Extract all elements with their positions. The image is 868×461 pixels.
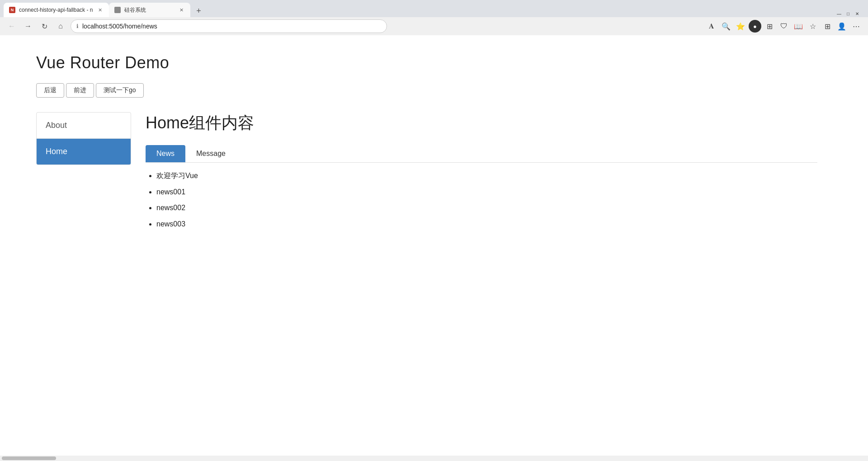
home-button[interactable]: ⌂ <box>54 20 67 33</box>
new-tab-button[interactable]: + <box>192 5 205 17</box>
tab2-title: 硅谷系统 <box>124 6 174 14</box>
more-icon[interactable]: ⋯ <box>850 20 863 33</box>
favorites-icon[interactable]: ☆ <box>807 20 819 33</box>
tab1-title: connect-history-api-fallback - n <box>19 7 93 13</box>
close-button[interactable]: ✕ <box>854 10 861 17</box>
tab2-favicon <box>114 7 121 13</box>
info-icon: ℹ <box>76 23 79 29</box>
sidebar: About Home <box>36 112 131 165</box>
component-title: Home组件内容 <box>146 112 817 134</box>
address-bar[interactable]: ℹ localhost:5005/home/news <box>71 19 387 33</box>
navigation-buttons: 后退 前进 测试一下go <box>36 83 832 98</box>
app-title: Vue Router Demo <box>36 53 832 72</box>
account-icon[interactable]: 👤 <box>835 20 848 33</box>
go-test-button[interactable]: 测试一下go <box>96 83 144 98</box>
refresh-button[interactable]: ↻ <box>38 20 51 33</box>
shield-icon[interactable]: 🛡 <box>778 20 790 33</box>
subnav-news[interactable]: News <box>146 145 185 162</box>
forward-button[interactable]: → <box>22 20 34 33</box>
tab1-close[interactable]: ✕ <box>96 6 104 14</box>
router-layout: About Home Home组件内容 News Message 欢迎学习Vue <box>36 112 832 234</box>
news-item-1: news001 <box>156 186 817 198</box>
star-icon[interactable]: ⭐ <box>734 20 747 33</box>
read-aloud-icon[interactable]: 𝐀 <box>705 20 718 33</box>
news-item-2: news002 <box>156 202 817 214</box>
profile-icon[interactable]: ● <box>749 20 761 33</box>
collections-icon[interactable]: ⊞ <box>821 20 834 33</box>
address-text: localhost:5005/home/news <box>82 23 381 30</box>
scrollbar-thumb[interactable] <box>2 456 56 460</box>
split-icon[interactable]: ⊞ <box>763 20 776 33</box>
news-item-0: 欢迎学习Vue <box>156 170 817 182</box>
sidebar-item-about[interactable]: About <box>37 113 131 139</box>
forward-history-button[interactable]: 前进 <box>66 83 94 98</box>
sub-nav: News Message <box>146 145 817 163</box>
news-list: 欢迎学习Vue news001 news002 news003 <box>146 170 817 230</box>
tabs-bar: N connect-history-api-fallback - n ✕ 硅谷系… <box>0 0 868 17</box>
tab2-close[interactable]: ✕ <box>178 6 185 14</box>
tab1-favicon: N <box>9 7 15 13</box>
back-button[interactable]: ← <box>5 20 18 33</box>
tab-1[interactable]: N connect-history-api-fallback - n ✕ <box>4 3 109 17</box>
toolbar-right: 𝐀 🔍 ⭐ ● ⊞ 🛡 📖 ☆ ⊞ 👤 ⋯ <box>705 20 863 33</box>
browser-chrome: N connect-history-api-fallback - n ✕ 硅谷系… <box>0 0 868 35</box>
reading-list-icon[interactable]: 📖 <box>792 20 805 33</box>
address-bar-row: ← → ↻ ⌂ ℹ localhost:5005/home/news 𝐀 🔍 ⭐… <box>0 17 868 35</box>
news-item-3: news003 <box>156 218 817 230</box>
tab-2[interactable]: 硅谷系统 ✕ <box>109 3 190 17</box>
minimize-button[interactable]: — <box>835 10 843 17</box>
subnav-message[interactable]: Message <box>185 145 236 162</box>
back-history-button[interactable]: 后退 <box>36 83 64 98</box>
maximize-button[interactable]: □ <box>844 10 852 17</box>
zoom-icon[interactable]: 🔍 <box>720 20 732 33</box>
main-view: Home组件内容 News Message 欢迎学习Vue news001 ne… <box>131 112 832 234</box>
page-content: Vue Router Demo 后退 前进 测试一下go About Home … <box>0 35 868 459</box>
sidebar-item-home[interactable]: Home <box>37 139 131 165</box>
horizontal-scrollbar[interactable] <box>0 456 868 461</box>
